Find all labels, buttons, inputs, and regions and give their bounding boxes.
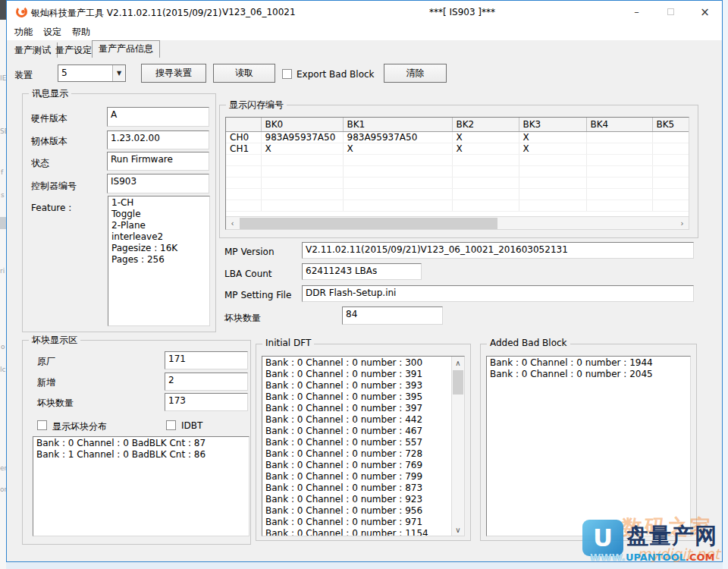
flash-col-header[interactable]: BK0 xyxy=(261,118,343,131)
bad-block-list-item[interactable]: Bank : 1 Channel : 0 BadBLK Cnt : 86 xyxy=(36,449,249,461)
flash-id-group-title: 显示闪存编号 xyxy=(226,99,287,112)
flash-cell: X xyxy=(452,143,519,154)
new-bad-field[interactable]: 2 xyxy=(165,373,248,391)
mp-version-label: MP Version xyxy=(224,247,275,257)
close-button[interactable]: × xyxy=(688,1,722,23)
search-device-button[interactable]: 搜寻装置 xyxy=(141,64,206,83)
feature-line: 1-CH xyxy=(111,197,209,209)
bad-block-count-label: 坏块数量 xyxy=(224,312,261,325)
export-bad-block-label: Export Bad Block xyxy=(297,69,375,80)
dft-item[interactable]: Bank : 0 Channel : 0 number : 397 xyxy=(265,403,450,414)
status-field[interactable]: Run Firmware xyxy=(107,152,209,171)
flash-table-row-ch0[interactable]: CH0 983A95937A50 983A95937A50 X X xyxy=(226,131,689,143)
flash-table-header-row: BK0 BK1 BK2 BK3 BK4 BK5 xyxy=(226,118,689,131)
fw-version-field[interactable]: 1.23.02.00 xyxy=(107,130,209,149)
idbt-label: IDBT xyxy=(181,420,202,431)
dft-item[interactable]: Bank : 0 Channel : 0 number : 300 xyxy=(265,357,450,369)
minimize-button[interactable]: – xyxy=(620,1,654,23)
dft-item[interactable]: Bank : 0 Channel : 0 number : 769 xyxy=(265,460,450,471)
mp-version-field[interactable]: V2.11.02.11(2015/09/21)V123_06_10021_201… xyxy=(302,242,694,259)
flash-col-header[interactable]: BK1 xyxy=(343,118,452,131)
clear-button[interactable]: 清除 xyxy=(384,64,447,83)
dft-item[interactable]: Bank : 0 Channel : 0 number : 557 xyxy=(265,437,450,448)
lba-count-field[interactable]: 62411243 LBAs xyxy=(302,263,422,280)
controller-id-field[interactable]: IS903 xyxy=(107,174,209,193)
background-window-fragment: IE xyxy=(0,74,6,82)
lba-count-label: LBA Count xyxy=(224,269,272,279)
scroll-right-icon[interactable]: › xyxy=(676,217,689,230)
bad-block-count-field[interactable]: 84 xyxy=(342,307,443,325)
added-bad-block-item[interactable]: Bank : 0 Channel : 0 number : 1944 xyxy=(490,357,690,369)
initial-dft-title: Initial DFT xyxy=(262,338,314,348)
scroll-down-icon[interactable]: ∨ xyxy=(452,523,464,536)
maximize-button[interactable] xyxy=(654,1,688,23)
dft-item[interactable]: Bank : 0 Channel : 0 number : 956 xyxy=(265,505,450,517)
dft-item[interactable]: Bank : 0 Channel : 0 number : 923 xyxy=(265,494,450,505)
background-window-fragment: o xyxy=(1,343,5,351)
read-button[interactable]: 读取 xyxy=(213,64,275,83)
flash-row-label: CH1 xyxy=(226,143,261,154)
dft-item[interactable]: Bank : 0 Channel : 0 number : 728 xyxy=(265,448,450,460)
scroll-left-icon[interactable]: ‹ xyxy=(226,217,239,230)
h-scroll-thumb[interactable] xyxy=(240,218,497,229)
feature-label: Feature : xyxy=(31,203,71,213)
flash-cell xyxy=(586,131,652,143)
added-bad-block-item[interactable]: Bank : 0 Channel : 0 number : 2045 xyxy=(490,369,690,380)
controller-id-label: 控制器编号 xyxy=(31,180,77,193)
flash-table-empty-row xyxy=(226,165,689,177)
background-window-fragment xyxy=(0,0,6,20)
flash-col-header[interactable] xyxy=(226,118,261,131)
device-select[interactable]: 5 ▼ xyxy=(58,64,126,82)
total-bad-label: 坏块数量 xyxy=(37,397,74,410)
dft-v-scrollbar[interactable]: ∧ ∨ xyxy=(451,357,464,536)
dft-item[interactable]: Bank : 0 Channel : 0 number : 1154 xyxy=(265,528,450,536)
flash-h-scrollbar[interactable]: ‹ › xyxy=(226,216,689,229)
flash-table-row-ch1[interactable]: CH1 X X X X xyxy=(226,143,689,154)
flash-cell: 983A95937A50 xyxy=(343,131,452,143)
dft-item[interactable]: Bank : 0 Channel : 0 number : 467 xyxy=(265,426,450,437)
flash-cell: X xyxy=(261,143,343,154)
dft-item[interactable]: Bank : 0 Channel : 0 number : 873 xyxy=(265,483,450,494)
total-bad-field[interactable]: 173 xyxy=(165,393,248,411)
flash-col-header[interactable]: BK4 xyxy=(586,118,652,131)
factory-bad-field[interactable]: 171 xyxy=(165,351,248,369)
mp-setting-file-field[interactable]: DDR Flash-Setup.ini xyxy=(302,285,694,302)
initial-dft-list[interactable]: Bank : 0 Channel : 0 number : 300 Bank :… xyxy=(262,356,465,536)
dft-item[interactable]: Bank : 0 Channel : 0 number : 393 xyxy=(265,380,450,391)
dft-item[interactable]: Bank : 0 Channel : 0 number : 799 xyxy=(265,471,450,483)
bad-block-list-item[interactable]: Bank : 0 Channel : 0 BadBLK Cnt : 87 xyxy=(36,438,249,449)
added-bad-block-list[interactable]: Bank : 0 Channel : 0 number : 1944 Bank … xyxy=(486,356,691,536)
background-window-fragment: SE xyxy=(0,127,6,135)
scroll-up-icon[interactable]: ∧ xyxy=(452,357,464,369)
show-bad-block-distribution-checkbox[interactable] xyxy=(37,420,47,430)
flash-table-empty-row xyxy=(226,200,689,211)
flash-cell xyxy=(652,143,689,154)
dft-item[interactable]: Bank : 0 Channel : 0 number : 971 xyxy=(265,517,450,528)
feature-list[interactable]: 1-CH Toggle 2-Plane interleave2 Pagesize… xyxy=(108,196,210,326)
dft-item[interactable]: Bank : 0 Channel : 0 number : 391 xyxy=(265,369,450,380)
hw-version-label: 硬件版本 xyxy=(31,112,67,125)
titlebar[interactable]: 银灿科技量产工具 V2.11.02.11(2015/09/21) V123_06… xyxy=(7,1,722,23)
dft-item[interactable]: Bank : 0 Channel : 0 number : 442 xyxy=(265,414,450,426)
flash-table-empty-row xyxy=(226,154,689,165)
flash-col-header[interactable]: BK5 xyxy=(652,118,689,131)
hw-version-field[interactable]: A xyxy=(107,107,209,127)
device-select-value: 5 xyxy=(61,68,67,78)
menu-function[interactable]: 功能 xyxy=(14,26,33,39)
flash-col-header[interactable]: BK3 xyxy=(519,118,586,131)
chevron-down-icon[interactable]: ▼ xyxy=(112,65,125,81)
tab-mp-product-info[interactable]: 量产产品信息 xyxy=(92,40,160,58)
menu-settings[interactable]: 设定 xyxy=(43,26,61,39)
menu-help[interactable]: 帮助 xyxy=(72,26,90,39)
dft-item[interactable]: Bank : 0 Channel : 0 number : 395 xyxy=(265,391,450,403)
bad-block-area-title: 坏块显示区 xyxy=(29,334,80,347)
maximize-icon xyxy=(667,8,674,15)
flash-cell: 983A95937A50 xyxy=(261,131,343,143)
bad-block-list[interactable]: Bank : 0 Channel : 0 BadBLK Cnt : 87 Ban… xyxy=(33,436,249,536)
idbt-checkbox[interactable] xyxy=(166,420,176,430)
background-window-fragment: f xyxy=(1,168,3,176)
background-left-strip: IE SE f s ri o lc er or xyxy=(0,0,6,569)
v-scroll-thumb[interactable] xyxy=(453,370,463,395)
flash-col-header[interactable]: BK2 xyxy=(452,118,519,131)
export-bad-block-checkbox[interactable] xyxy=(282,69,292,79)
